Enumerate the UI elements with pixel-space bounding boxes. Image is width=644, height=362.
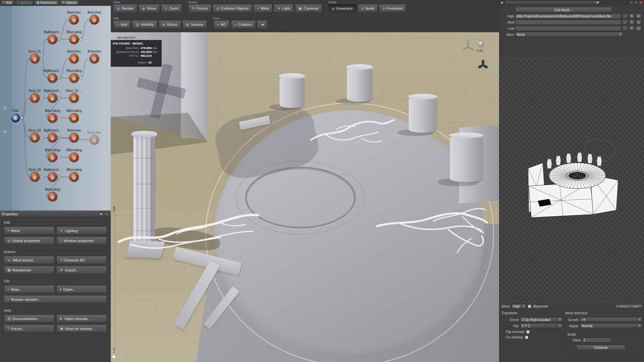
collision-objects-button[interactable]: ◎Collision Objects [213, 4, 252, 13]
locate-icon[interactable]: ◎ [636, 14, 641, 19]
lighting-button[interactable]: ☀Lighting [56, 227, 107, 235]
node-button[interactable]: ψNode [358, 4, 378, 13]
browse-button[interactable]: ... [622, 20, 628, 25]
window-properties-button[interactable]: □Window properties [56, 237, 107, 245]
add-button[interactable]: +Add [1, 0, 14, 5]
3d-viewport[interactable]: perspective POLYGONS - MODEL branches:47… [111, 32, 499, 362]
forces-icon: ↻ [192, 7, 195, 10]
documentation-button[interactable]: ▤Documentation... [4, 315, 54, 323]
compute-button[interactable]: Compute [576, 345, 625, 350]
randomize-button[interactable]: ▦Randomize [34, 0, 59, 5]
preview-footer: Show High ▼ ✓ Alignment V:44162 F:64677 [499, 303, 644, 309]
global-properties-button[interactable]: ◍Global properties [4, 237, 54, 245]
browse-icon: ○ [7, 298, 10, 301]
browse-button[interactable]: ... [622, 26, 628, 31]
growth-dropdown[interactable]: +Y ▼ [580, 317, 642, 322]
randomize-button[interactable]: ▦Randomize [4, 266, 54, 274]
right-panel-toolbar: ☛ ▼ [499, 0, 644, 5]
visibility-button[interactable]: ▥Visibility [132, 20, 157, 29]
maximize-button[interactable] [634, 1, 638, 4]
shop-for-models-button[interactable]: ▣Shop for models... [56, 325, 107, 333]
render-icon: ◉ [117, 7, 120, 10]
light-button[interactable]: ☀Light [274, 4, 294, 13]
gizmo-button[interactable]: ⊕Gizmo [159, 20, 181, 29]
flip-dropdown[interactable]: X Y Z ▼ [520, 323, 563, 328]
properties-title-bar[interactable]: Properties ⊞ × [0, 211, 111, 217]
actions-button[interactable]: ◎Actions [15, 0, 33, 5]
options-icon: ⚙ [62, 1, 65, 4]
orient-dropdown[interactable]: Z-Up Right-handed ▼ [520, 317, 563, 322]
freehand-button[interactable]: ψFreehand [379, 4, 406, 13]
transform-section: Transform Orient Z-Up Right-handed ▼ Fli… [501, 310, 563, 353]
new-button[interactable]: +New... [4, 285, 54, 293]
flip-normals-checkbox[interactable]: ✓ [526, 330, 530, 334]
asset-selector-dropdown[interactable]: ▼ [505, 1, 600, 5]
geometry-high-field[interactable] [515, 14, 621, 19]
compute-ao-button[interactable]: ◑Compute AO [56, 256, 107, 264]
hand-tool-icon[interactable]: ☛ [501, 1, 504, 5]
refresh-icon[interactable]: ↻ [629, 20, 635, 25]
ripple-dropdown[interactable]: Normal ▼ [580, 323, 642, 328]
browse-button[interactable]: ... [622, 14, 628, 19]
toolbar-group-view: View◉Render◉Show⊕Zoom [111, 0, 186, 16]
forces-button[interactable]: ↻Forces [188, 4, 211, 13]
wind-button[interactable]: ≈Wind [4, 227, 54, 235]
branch-node-icon: ψ [69, 172, 79, 182]
scale-value-input[interactable] [582, 338, 611, 342]
geometry-low-field[interactable] [515, 26, 621, 31]
browse-samples-button[interactable]: ○Browse samples... [4, 295, 107, 303]
lod-slider-track[interactable] [115, 213, 115, 349]
collision-button[interactable]: ●Collision [231, 20, 256, 29]
float-panel-icon[interactable]: ⊞ [99, 212, 103, 216]
wind-fan-icon[interactable] [477, 59, 489, 72]
forum-button[interactable]: ?Forum... [4, 325, 54, 333]
zoom-sphere-icon[interactable] [478, 41, 484, 47]
geometry-med-field[interactable] [515, 20, 621, 25]
camera-mode-label[interactable]: perspective [117, 35, 135, 39]
mesh-settings: Transform Orient Z-Up Right-handed ▼ Fli… [499, 310, 644, 353]
alignment-checkbox[interactable]: ✓ [528, 305, 531, 308]
pin-icon[interactable]: ► [3, 129, 7, 134]
video-tutorials-button[interactable]: ▶Video tutorials... [56, 315, 107, 323]
show-lod-dropdown[interactable]: High ▼ [511, 304, 526, 309]
mesh-preview-area[interactable] [500, 57, 644, 303]
add-button[interactable]: +Add [113, 20, 131, 29]
focus-icon[interactable]: ◎ [3, 105, 7, 110]
flip-value: X Y Z [522, 324, 530, 328]
generation-editor[interactable]: Tree⊕BranchesψBranchesψBigBranch...ψBifu… [0, 6, 111, 210]
branch-node-icon: ψ [30, 172, 40, 182]
options-button[interactable]: ⚙Options [60, 0, 79, 5]
wind-wizard-button[interactable]: ▲Wind wizard... [4, 256, 54, 264]
show-button[interactable]: ◉Show [138, 4, 159, 13]
refresh-icon[interactable]: ↻ [629, 26, 635, 31]
refresh-icon[interactable]: ↻ [629, 14, 635, 19]
toolbar-group-post: Post●AO●Collision◄ [211, 16, 271, 32]
export-button[interactable]: ►Export... [56, 266, 107, 274]
lod-slider-knob[interactable] [112, 355, 116, 359]
cameras-button[interactable]: ▣Cameras [295, 4, 322, 13]
more-dropdown[interactable]: None ▼ [515, 32, 623, 37]
orientation-gizmo[interactable] [461, 38, 475, 53]
zoom-icon: ⊕ [165, 7, 167, 10]
wind-button[interactable]: ≈Wind [253, 4, 272, 13]
zoom-button[interactable]: ⊕Zoom [161, 4, 182, 13]
locate-icon[interactable]: ◎ [636, 26, 641, 31]
freehand-icon: ψ [383, 7, 385, 10]
close-panel-icon[interactable]: × [104, 212, 109, 216]
randomize-icon: ▦ [7, 268, 11, 272]
close-button[interactable] [639, 1, 643, 4]
generator-button[interactable]: ψGenerator [328, 4, 356, 13]
render-button[interactable]: ◉Render [113, 4, 137, 13]
locate-icon[interactable]: ◎ [636, 20, 641, 25]
season-button[interactable]: ▤Season [182, 20, 207, 29]
back-arrow-icon-button[interactable]: ◄ [257, 20, 268, 29]
branch-node-icon: ψ [48, 73, 57, 83]
light-icon: ☀ [277, 7, 280, 10]
polygon-stat-row: TOTAL:582,519 [113, 54, 159, 58]
fix-winding-checkbox[interactable]: ✓ [525, 336, 528, 339]
minimize-button[interactable] [630, 1, 633, 4]
edit-mesh-button[interactable]: Edit Mesh... [515, 7, 612, 13]
ao-button[interactable]: ●AO [213, 20, 230, 29]
branch-node-icon: ψ [48, 93, 57, 103]
open-button[interactable]: ▸Open... [56, 285, 107, 293]
